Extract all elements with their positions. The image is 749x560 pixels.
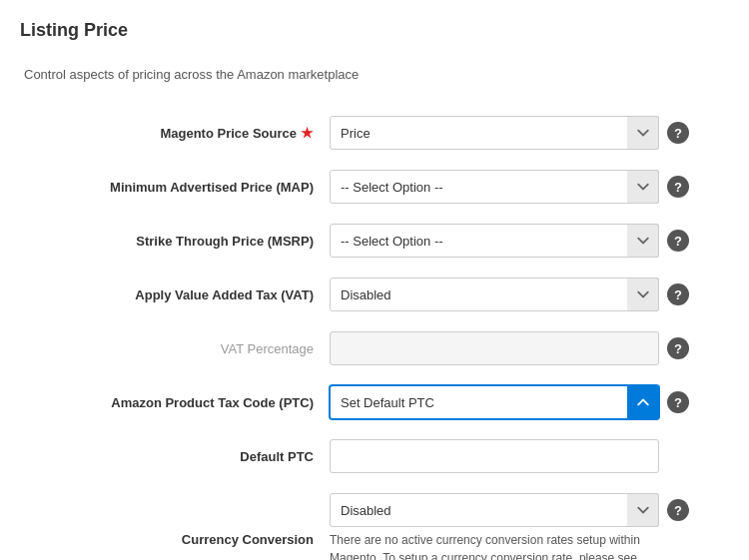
currency-conversion-controls: Disabled Enabled ? — [330, 493, 689, 527]
map-field: -- Select Option -- ? — [330, 170, 729, 204]
msrp-field: -- Select Option -- ? — [330, 224, 729, 258]
vat-percentage-help[interactable]: ? — [667, 337, 689, 359]
vat-field: Disabled Enabled ? — [330, 278, 729, 311]
ptc-row: Amazon Product Tax Code (PTC) Set Defaul… — [20, 375, 729, 429]
vat-select[interactable]: Disabled Enabled — [330, 278, 659, 311]
page-title: Listing Price — [20, 20, 729, 51]
magento-price-source-field: Price ? — [330, 116, 729, 150]
currency-conversion-select[interactable]: Disabled Enabled — [330, 493, 659, 527]
ptc-label: Amazon Product Tax Code (PTC) — [20, 395, 330, 410]
vat-percentage-input[interactable] — [330, 331, 659, 365]
vat-percentage-label: VAT Percentage — [20, 341, 330, 356]
msrp-select[interactable]: -- Select Option -- — [330, 224, 659, 258]
currency-conversion-field: Disabled Enabled ? There are no active c… — [330, 493, 729, 560]
vat-percentage-field: ? — [330, 331, 729, 365]
map-select[interactable]: -- Select Option -- — [330, 170, 659, 204]
default-ptc-field — [330, 439, 729, 473]
currency-conversion-row: Currency Conversion Disabled Enabled ? — [20, 483, 729, 560]
page-description: Control aspects of pricing across the Am… — [20, 67, 729, 82]
map-help[interactable]: ? — [667, 176, 689, 198]
vat-label: Apply Value Added Tax (VAT) — [20, 287, 330, 302]
ptc-help[interactable]: ? — [667, 391, 689, 413]
ptc-select-wrapper: Set Default PTC — [330, 385, 659, 419]
map-label: Minimum Advertised Price (MAP) — [20, 180, 330, 195]
currency-conversion-stack: Disabled Enabled ? There are no active c… — [330, 493, 689, 560]
currency-conversion-select-wrapper: Disabled Enabled — [330, 493, 659, 527]
page-container: Listing Price Control aspects of pricing… — [0, 0, 749, 560]
default-ptc-input[interactable] — [330, 439, 659, 473]
default-ptc-row: Default PTC — [20, 429, 729, 483]
ptc-select[interactable]: Set Default PTC — [330, 385, 659, 419]
magento-price-source-select[interactable]: Price — [330, 116, 659, 150]
currency-conversion-label: Currency Conversion — [20, 532, 330, 547]
default-ptc-label: Default PTC — [20, 449, 330, 464]
vat-percentage-row: VAT Percentage ? — [20, 321, 729, 375]
magento-price-source-label: Magento Price Source ★ — [20, 125, 330, 141]
currency-conversion-note: There are no active currency conversion … — [330, 531, 659, 560]
magento-price-source-select-wrapper: Price — [330, 116, 659, 150]
msrp-label: Strike Through Price (MSRP) — [20, 234, 330, 249]
msrp-help[interactable]: ? — [667, 230, 689, 252]
currency-conversion-help[interactable]: ? — [667, 499, 689, 521]
required-star: ★ — [301, 125, 314, 141]
magento-price-source-help[interactable]: ? — [667, 122, 689, 144]
ptc-field: Set Default PTC ? — [330, 385, 729, 419]
map-select-wrapper: -- Select Option -- — [330, 170, 659, 204]
msrp-row: Strike Through Price (MSRP) -- Select Op… — [20, 214, 729, 268]
vat-help[interactable]: ? — [667, 283, 689, 305]
vat-row: Apply Value Added Tax (VAT) Disabled Ena… — [20, 268, 729, 321]
map-row: Minimum Advertised Price (MAP) -- Select… — [20, 160, 729, 214]
msrp-select-wrapper: -- Select Option -- — [330, 224, 659, 258]
vat-select-wrapper: Disabled Enabled — [330, 278, 659, 311]
magento-price-source-row: Magento Price Source ★ Price ? — [20, 106, 729, 160]
